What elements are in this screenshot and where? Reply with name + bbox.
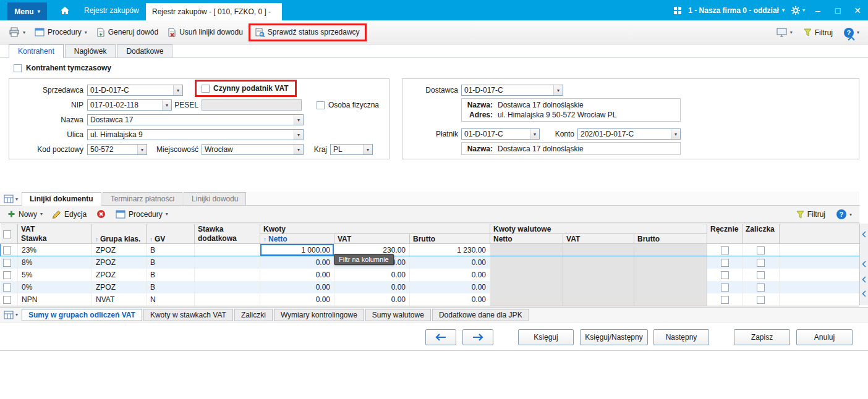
col-header-w-vat[interactable]: VAT <box>563 234 634 244</box>
cell-vat[interactable]: 0.00 <box>334 293 410 306</box>
osoba-fizyczna-checkbox[interactable] <box>317 101 325 109</box>
col-header-gv[interactable]: ↑GV <box>147 224 195 244</box>
pesel-input[interactable] <box>202 99 302 111</box>
tab-rejestr-zakupow[interactable]: Rejestr zakupów <box>78 0 145 20</box>
row-checkbox[interactable] <box>3 271 11 279</box>
tab-rejestr-zakupow-active[interactable]: Rejestr zakupów - [ 010, FZKO, 0 ] - <box>146 3 282 20</box>
cell-brutto[interactable]: 0.00 <box>410 281 490 293</box>
cell-grupa[interactable]: ZPOZ <box>92 281 147 293</box>
recznie-checkbox[interactable] <box>721 246 729 254</box>
maximize-button[interactable]: □ <box>831 6 845 15</box>
tab-kontrahent[interactable]: Kontrahent <box>9 44 64 58</box>
minimize-button[interactable]: – <box>811 6 825 15</box>
cell-grupa[interactable]: ZPOZ <box>92 269 147 281</box>
usun-linijki-button[interactable]: Usuń linijki dowodu <box>164 25 247 40</box>
sprawdz-status-button[interactable]: Sprawdź status sprzedawcy <box>255 28 360 37</box>
nazwa-select[interactable]: Dostawca 17 ▾ <box>87 114 304 125</box>
side-collapse-strip[interactable] <box>859 224 868 305</box>
generuj-dowod-button[interactable]: Generuj dowód <box>93 25 162 40</box>
tab-sumy-odliczen-vat[interactable]: Sumy w grupach odliczeń VAT <box>22 309 142 321</box>
ulica-select[interactable]: ul. Himalajska 9 ▾ <box>87 129 304 140</box>
miejscowosc-select[interactable]: Wrocław ▾ <box>202 144 304 155</box>
cell-stawka[interactable]: 5% <box>18 269 92 281</box>
col-header-recznie[interactable]: Ręcznie <box>707 224 742 244</box>
cell-vat[interactable]: 0.00 <box>334 281 410 293</box>
summary-view-menu[interactable]: ▾ <box>0 311 20 319</box>
tab-naglowek[interactable]: Nagłówek <box>65 44 116 57</box>
anuluj-button[interactable]: Anuluj <box>796 329 853 345</box>
cell-brutto[interactable]: 0.00 <box>410 256 490 269</box>
menu-button[interactable]: Menu ▾ <box>7 2 47 20</box>
table-row[interactable]: 5% ZPOZ B 0.00 0.00 0.00 <box>1 269 860 281</box>
cell-stawka[interactable]: 0% <box>18 281 92 293</box>
zaliczka-checkbox[interactable] <box>757 259 765 267</box>
previous-record-button[interactable] <box>425 329 456 345</box>
cell-grupa[interactable]: NVAT <box>92 293 147 306</box>
cell-netto[interactable]: 0.00 <box>260 269 334 281</box>
dostawca-select[interactable]: 01-D-017-C ▾ <box>461 85 563 96</box>
col-header-grupa-klas[interactable]: ↑Grupa klas. <box>92 224 147 244</box>
nastepny-button[interactable]: Następny <box>653 329 709 345</box>
select-all-checkbox[interactable] <box>3 230 11 238</box>
cell-brutto[interactable]: 1 230.00 <box>410 244 490 256</box>
tab-sumy-walutowe[interactable]: Sumy walutowe <box>365 309 431 321</box>
next-record-button[interactable] <box>462 329 493 345</box>
col-header-w-brutto[interactable]: Brutto <box>634 234 707 244</box>
grid-filtruj-button[interactable]: Filtruj <box>793 208 829 221</box>
kontrahent-tymczasowy-checkbox[interactable] <box>14 64 22 72</box>
table-row[interactable]: 23% ZPOZ B 1 000.00 230.00 1 230.00 <box>1 244 860 256</box>
row-checkbox[interactable] <box>3 259 11 267</box>
cell-stawka-dodatkowa[interactable] <box>195 256 260 269</box>
recznie-checkbox[interactable] <box>721 259 729 267</box>
row-checkbox[interactable] <box>3 284 11 292</box>
grid-view-menu[interactable]: ▾ <box>0 195 20 205</box>
zaliczka-checkbox[interactable] <box>757 246 765 254</box>
grid-help-button[interactable]: ? ▾ <box>833 207 856 222</box>
tab-linijki-dowodu[interactable]: Linijki dowodu <box>184 192 246 205</box>
table-row[interactable]: 0% ZPOZ B 0.00 0.00 0.00 <box>1 281 860 293</box>
cell-stawka[interactable]: NPN <box>18 293 92 306</box>
tab-dodatkowe-dane-jpk[interactable]: Dodatkowe dane dla JPK <box>432 309 529 321</box>
cell-gv[interactable]: B <box>147 256 195 269</box>
cell-netto-focused[interactable]: 1 000.00 <box>260 244 334 256</box>
grid-procedury-button[interactable]: Procedury ▾ <box>112 208 172 221</box>
table-row[interactable]: 8% ZPOZ B 0.00 0.00 0.00 <box>1 256 860 269</box>
col-header-netto[interactable]: ↑Netto <box>260 234 334 244</box>
czynny-podatnik-checkbox[interactable] <box>202 85 210 93</box>
cell-brutto[interactable]: 0.00 <box>410 269 490 281</box>
close-button[interactable]: ✕ <box>851 6 864 15</box>
cell-stawka-dodatkowa[interactable] <box>195 244 260 256</box>
cell-gv[interactable]: B <box>147 281 195 293</box>
tab-terminarz-platnosci[interactable]: Terminarz płatności <box>103 192 182 205</box>
col-header-vat-stawka[interactable]: VAT Stawka <box>18 224 92 244</box>
cell-grupa[interactable]: ZPOZ <box>92 256 147 269</box>
zapisz-button[interactable]: Zapisz <box>734 329 790 345</box>
cell-vat[interactable]: 0.00 <box>334 269 410 281</box>
kraj-select[interactable]: PL ▾ <box>330 144 373 155</box>
col-header-w-netto[interactable]: Netto <box>490 234 563 244</box>
platnik-select[interactable]: 01-D-017-C ▾ <box>461 128 540 140</box>
col-header-vat2[interactable]: VAT <box>334 234 410 244</box>
view-button[interactable]: ▾ <box>773 25 796 40</box>
edycja-button[interactable]: Edycja <box>49 208 90 221</box>
tab-kwoty-w-stawkach[interactable]: Kwoty w stawkach VAT <box>143 309 233 321</box>
recznie-checkbox[interactable] <box>721 296 729 304</box>
cell-gv[interactable]: N <box>147 293 195 306</box>
kod-pocztowy-select[interactable]: 50-572 ▾ <box>87 144 147 155</box>
cell-brutto[interactable]: 0.00 <box>410 293 490 306</box>
row-checkbox[interactable] <box>3 246 11 254</box>
cell-gv[interactable]: B <box>147 244 195 256</box>
collapse-toolbar-button[interactable] <box>847 36 856 41</box>
zaliczka-checkbox[interactable] <box>757 296 765 304</box>
company-selector[interactable]: 1 - Nasza firma 0 - oddział ▾ <box>688 6 785 15</box>
filtruj-button[interactable]: Filtruj <box>800 26 836 40</box>
cell-netto[interactable]: 0.00 <box>260 293 334 306</box>
cell-gv[interactable]: B <box>147 269 195 281</box>
tab-zaliczki[interactable]: Zaliczki <box>234 309 273 321</box>
tab-linijki-dokumentu[interactable]: Linijki dokumentu <box>22 192 101 206</box>
zaliczka-checkbox[interactable] <box>757 284 765 292</box>
cell-grupa[interactable]: ZPOZ <box>92 244 147 256</box>
col-header-zaliczka[interactable]: Zaliczka <box>742 224 780 244</box>
col-header-stawka-dodatkowa[interactable]: Stawka dodatkowa <box>195 224 260 244</box>
settings-button[interactable]: ▾ <box>791 6 805 15</box>
